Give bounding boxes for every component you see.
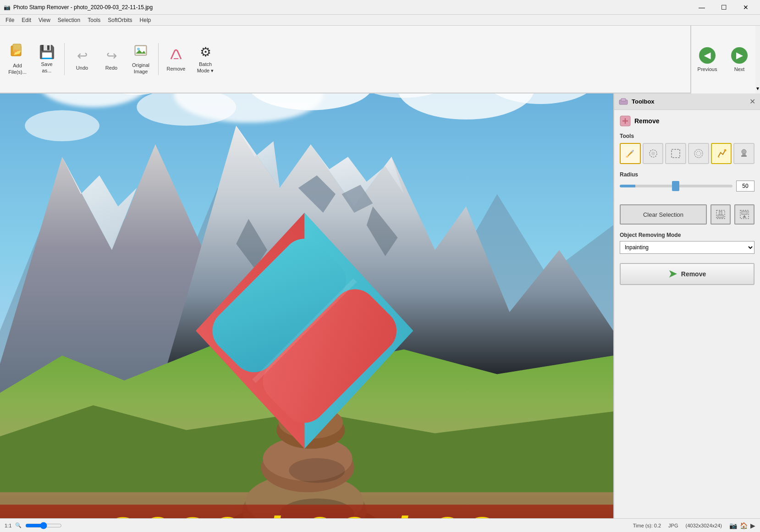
fuzzy-select-button[interactable] xyxy=(688,143,709,164)
toolbox-content: Remove Tools xyxy=(614,110,760,291)
remove-section-icon xyxy=(620,115,631,126)
clear-selection-button[interactable]: Clear Selection xyxy=(620,204,707,225)
original-image-button[interactable]: Original Image xyxy=(127,41,154,77)
menu-item-selection[interactable]: Selection xyxy=(54,15,84,25)
toolbar: 📂 Add File(s)... 💾 Save as... ↩ Undo ↪ R… xyxy=(0,26,760,93)
stamp-tool-button[interactable] xyxy=(733,143,754,164)
redo-label: Redo xyxy=(105,65,117,71)
canvas-area[interactable]: 2020 / 09 / 03 xyxy=(0,93,613,518)
radius-slider[interactable] xyxy=(620,185,732,187)
minimize-button[interactable]: — xyxy=(691,0,712,15)
menu-item-view[interactable]: View xyxy=(35,15,54,25)
rect-select-button[interactable] xyxy=(665,143,686,164)
undo-label: Undo xyxy=(76,65,88,71)
status-right: Time (s): 0.2 JPG (4032x3024x24) 📷 🏠 ▶ xyxy=(633,522,755,529)
save-as-button[interactable]: 💾 Save as... xyxy=(33,41,61,77)
batch-mode-icon: ⚙ xyxy=(200,44,211,60)
redo-button[interactable]: ↪ Redo xyxy=(98,41,125,77)
svg-rect-58 xyxy=(672,149,680,158)
time-label: Time (s): 0.2 xyxy=(633,523,661,528)
undo-icon: ↩ xyxy=(77,48,88,63)
batch-mode-label: Batch Mode ▾ xyxy=(197,61,214,73)
zoom-ratio: 1:1 xyxy=(5,523,11,528)
menu-item-help[interactable]: Help xyxy=(136,15,155,25)
format-label: JPG xyxy=(668,523,678,528)
add-files-button[interactable]: 📂 Add File(s)... xyxy=(4,41,31,77)
magic-wand-button[interactable] xyxy=(643,143,664,164)
toolbar-divider-1 xyxy=(64,43,65,75)
menu-bar: FileEditViewSelectionToolsSoftOrbitsHelp xyxy=(0,15,760,26)
toolbox-icon xyxy=(619,96,628,107)
svg-point-62 xyxy=(742,149,746,154)
svg-point-5 xyxy=(137,48,140,50)
remove-icon xyxy=(169,47,183,64)
svg-text:2020 / 09 / 03: 2020 / 09 / 03 xyxy=(107,506,501,518)
brush-tool-button[interactable] xyxy=(620,143,641,164)
original-image-label: Original Image xyxy=(132,62,149,74)
menu-item-file[interactable]: File xyxy=(2,15,18,25)
svg-rect-64 xyxy=(741,155,747,157)
status-left: 1:1 🔍 xyxy=(5,522,62,529)
status-bar: 1:1 🔍 Time (s): 0.2 JPG (4032x3024x24) 📷… xyxy=(0,518,760,532)
close-button[interactable]: ✕ xyxy=(735,0,756,15)
save-icon: 💾 xyxy=(39,44,55,60)
svg-text:📂: 📂 xyxy=(13,48,22,56)
title-bar-left: 📷 Photo Stamp Remover - photo_2020-09-03… xyxy=(4,4,153,11)
menu-item-tools[interactable]: Tools xyxy=(84,15,104,25)
remove-toolbar-button[interactable]: Remove xyxy=(162,41,190,77)
main-content: 2020 / 09 / 03 Toolbox ✕ xyxy=(0,93,760,518)
svg-point-16 xyxy=(25,110,99,141)
status-camera-icon[interactable]: 📷 xyxy=(729,522,737,529)
svg-point-60 xyxy=(696,151,701,156)
zoom-slider[interactable] xyxy=(25,522,62,529)
toolbox-close-button[interactable]: ✕ xyxy=(749,97,755,106)
svg-point-40 xyxy=(289,458,345,483)
spacer xyxy=(620,199,754,204)
remove-button-label: Remove xyxy=(681,270,706,278)
svg-rect-67 xyxy=(719,211,722,215)
tools-label: Tools xyxy=(620,133,754,139)
mode-label: Object Removing Mode xyxy=(620,232,754,238)
title-bar: 📷 Photo Stamp Remover - photo_2020-09-03… xyxy=(0,0,760,15)
menu-item-softorbits[interactable]: SoftOrbits xyxy=(104,15,136,25)
previous-button[interactable]: ◀ Previous xyxy=(691,26,723,93)
svg-point-57 xyxy=(651,152,655,155)
status-zoom xyxy=(25,522,62,529)
tools-row xyxy=(620,143,754,164)
dimensions-label: (4032x3024x24) xyxy=(685,523,722,528)
magic-remove-button[interactable] xyxy=(711,143,732,164)
redo-icon: ↪ xyxy=(106,48,117,63)
status-home-icon[interactable]: 🏠 xyxy=(740,522,748,529)
title-bar-controls: — ☐ ✕ xyxy=(691,0,756,15)
zoom-icon: 🔍 xyxy=(15,522,22,528)
nav-buttons: ◀ Previous ▶ Next ▾ xyxy=(690,26,760,93)
previous-icon: ◀ xyxy=(699,47,716,64)
original-image-icon xyxy=(134,44,148,60)
next-button[interactable]: ▶ Next xyxy=(723,26,755,93)
remove-section: Remove xyxy=(620,115,754,126)
toolbox-header: Toolbox ✕ xyxy=(614,93,760,110)
app-icon: 📷 xyxy=(4,4,11,11)
save-selection-button[interactable] xyxy=(710,204,731,225)
next-label: Next xyxy=(734,66,745,72)
previous-label: Previous xyxy=(698,66,717,72)
menu-item-edit[interactable]: Edit xyxy=(18,15,35,25)
mode-select[interactable]: Inpainting Content-Aware Fill Cloning xyxy=(620,241,754,254)
remove-action-button[interactable]: ➤ Remove xyxy=(620,263,754,285)
load-selection-button[interactable] xyxy=(734,204,754,225)
svg-point-61 xyxy=(724,149,726,152)
svg-rect-69 xyxy=(742,211,747,214)
remove-label: Remove xyxy=(167,66,186,71)
status-play-icon[interactable]: ▶ xyxy=(750,522,755,529)
expand-handle[interactable]: ▾ xyxy=(755,26,760,93)
svg-rect-7 xyxy=(174,58,178,59)
svg-point-55 xyxy=(626,156,628,158)
maximize-button[interactable]: ☐ xyxy=(713,0,734,15)
svg-marker-70 xyxy=(743,215,746,218)
svg-rect-51 xyxy=(621,99,626,101)
batch-mode-button[interactable]: ⚙ Batch Mode ▾ xyxy=(192,41,219,77)
undo-button[interactable]: ↩ Undo xyxy=(68,41,96,77)
add-files-label: Add File(s)... xyxy=(8,63,27,75)
svg-point-59 xyxy=(694,149,703,158)
image-scene: 2020 / 09 / 03 xyxy=(0,93,613,518)
